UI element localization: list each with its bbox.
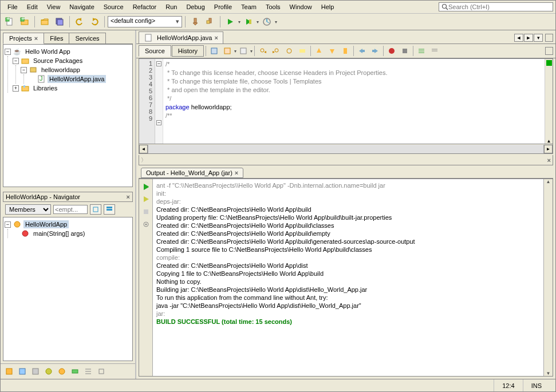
nav-icon-5[interactable] (56, 365, 68, 378)
find-selection-button[interactable] (283, 45, 295, 57)
editor-btn-3[interactable] (237, 45, 250, 57)
menu-navigate[interactable]: Navigate (65, 2, 98, 12)
close-icon[interactable]: × (34, 35, 38, 42)
error-stripe[interactable]: ▲ (545, 59, 553, 144)
navigator-mode-select[interactable]: Members (5, 204, 51, 215)
navigator-settings-button[interactable] (90, 204, 101, 215)
code-editor[interactable]: 123456789 − − /* * To change this licens… (139, 58, 553, 144)
run-button[interactable] (223, 15, 237, 29)
find-prev-button[interactable] (257, 45, 269, 57)
menu-view[interactable]: View (42, 2, 65, 12)
output-settings-button[interactable] (141, 219, 151, 229)
editor-breadcrumb[interactable]: 〉 × (139, 155, 553, 165)
profile-dropdown-icon[interactable]: ▾ (275, 19, 277, 25)
nav-icon-4[interactable] (42, 365, 55, 378)
profile-button[interactable] (260, 15, 274, 29)
editor-btn-2[interactable] (221, 45, 234, 57)
toggle-bookmark-button[interactable] (339, 45, 352, 57)
next-tab-button[interactable]: ► (524, 34, 533, 42)
editor-btn-1[interactable] (208, 45, 220, 57)
quick-search[interactable] (439, 2, 553, 11)
config-select[interactable]: <default config> (108, 16, 182, 27)
next-bookmark-button[interactable] (326, 45, 338, 57)
tab-services[interactable]: Services (69, 33, 105, 43)
fold-toggle[interactable]: − (156, 61, 161, 66)
debug-button[interactable] (242, 15, 255, 29)
uncomment-button[interactable] (428, 45, 441, 57)
rerun-button[interactable] (141, 181, 151, 192)
editor-expand-button[interactable] (545, 47, 553, 55)
menu-refactor[interactable]: Refactor (128, 2, 161, 12)
save-all-button[interactable] (53, 15, 66, 29)
fold-toggle[interactable]: − (156, 120, 161, 125)
tree-package[interactable]: helloworldapp (40, 66, 82, 74)
tree-toggle[interactable]: + (13, 85, 19, 92)
editor-tab[interactable]: HelloWorldApp.java × (139, 31, 223, 43)
find-next-button[interactable] (270, 45, 282, 57)
tab-list-button[interactable]: ▾ (534, 34, 543, 42)
nav-icon-7[interactable] (82, 365, 94, 378)
menu-run[interactable]: Run (161, 2, 182, 12)
menu-file[interactable]: File (3, 2, 22, 12)
editor-h-scrollbar[interactable]: ◄ ► (139, 144, 553, 154)
tree-toggle[interactable]: − (5, 221, 11, 228)
new-project-button[interactable]: + (18, 15, 31, 29)
tree-project-root[interactable]: Hello World App (23, 47, 72, 56)
tree-java-file[interactable]: HelloWorldApp.java (48, 75, 106, 83)
shift-left-button[interactable] (356, 45, 368, 57)
subtab-source[interactable]: Source (139, 45, 171, 57)
nav-icon-1[interactable] (3, 365, 15, 378)
maximize-button[interactable] (545, 34, 553, 42)
comment-button[interactable] (415, 45, 428, 57)
clean-build-button[interactable] (203, 15, 217, 29)
undo-button[interactable] (73, 15, 86, 29)
prev-tab-button[interactable]: ◄ (514, 34, 523, 42)
menu-help[interactable]: Help (317, 2, 339, 12)
projects-tree[interactable]: −☕Hello World App −Source Packages −hell… (3, 44, 133, 187)
menu-tools[interactable]: Tools (261, 2, 285, 12)
redo-button[interactable] (88, 15, 101, 29)
navigator-method[interactable]: main(String[] args) (31, 229, 86, 237)
search-input[interactable] (448, 3, 550, 10)
stop-button[interactable] (141, 207, 151, 217)
nav-icon-3[interactable] (29, 365, 42, 378)
build-button[interactable] (188, 15, 202, 29)
breadcrumb-chevron-icon[interactable]: 〉 (141, 156, 147, 164)
toggle-highlight-button[interactable] (296, 45, 309, 57)
navigator-class[interactable]: HelloWorldApp (23, 220, 69, 228)
start-macro-button[interactable] (385, 45, 398, 57)
menu-edit[interactable]: Edit (22, 2, 42, 12)
tree-toggle[interactable]: − (5, 49, 11, 55)
prev-bookmark-button[interactable] (313, 45, 325, 57)
tree-source-packages[interactable]: Source Packages (31, 57, 84, 65)
output-v-scrollbar[interactable]: ▲ ▼ (543, 179, 553, 376)
close-icon[interactable]: × (127, 193, 130, 200)
tree-toggle[interactable]: − (21, 67, 27, 73)
menu-window[interactable]: Window (285, 2, 317, 12)
shift-right-button[interactable] (369, 45, 381, 57)
tree-libraries[interactable]: Libraries (31, 84, 59, 92)
menu-debug[interactable]: Debug (182, 2, 209, 12)
open-project-button[interactable] (38, 15, 52, 29)
run-dropdown-icon[interactable]: ▾ (238, 19, 240, 25)
nav-icon-2[interactable] (16, 365, 29, 378)
navigator-filter-input[interactable] (53, 205, 88, 214)
close-icon[interactable]: × (214, 34, 218, 41)
fold-column[interactable]: − − (155, 59, 163, 144)
scroll-right-button[interactable]: ► (544, 145, 553, 153)
menu-team[interactable]: Team (236, 2, 261, 12)
scroll-left-button[interactable]: ◄ (139, 145, 148, 153)
nav-icon-8[interactable] (95, 365, 108, 378)
scroll-down-button[interactable]: ▼ (546, 371, 551, 376)
nav-icon-6[interactable] (69, 365, 81, 378)
tab-projects[interactable]: Projects× (3, 33, 44, 44)
navigator-tree[interactable]: −HelloWorldApp main(String[] args) (3, 217, 133, 361)
menu-source[interactable]: Source (99, 2, 128, 12)
new-file-button[interactable]: + (3, 15, 17, 29)
output-tab[interactable]: Output - Hello_World_App (jar) × (141, 168, 243, 178)
stop-macro-button[interactable] (399, 45, 411, 57)
tree-toggle[interactable]: − (13, 58, 19, 64)
close-icon[interactable]: × (547, 157, 551, 164)
output-text[interactable]: ant -f "C:\\NetBeansProjects\\Hello Worl… (153, 179, 543, 376)
menu-profile[interactable]: Profile (210, 2, 236, 12)
